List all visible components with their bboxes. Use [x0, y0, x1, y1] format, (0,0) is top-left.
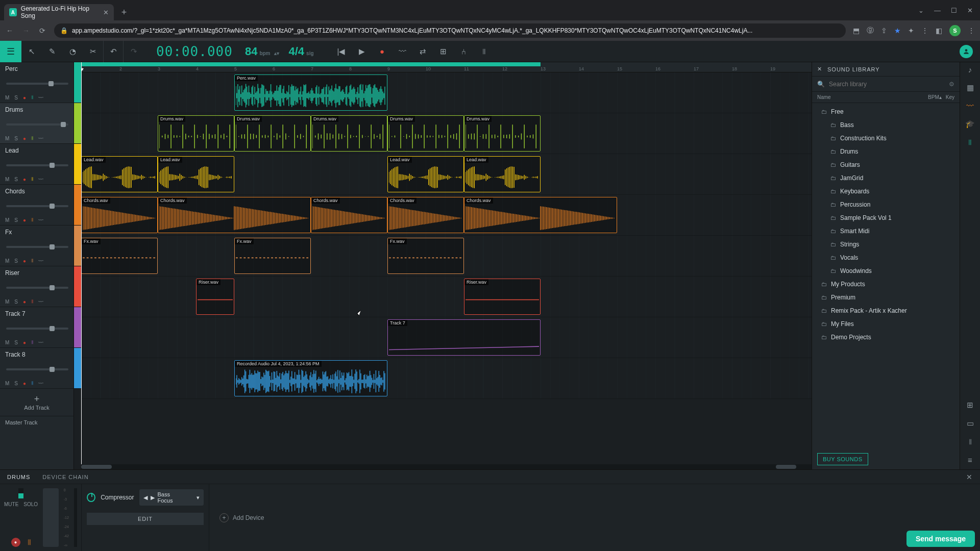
solo-button[interactable]: S [14, 136, 18, 141]
h-scrollbar[interactable] [81, 464, 812, 469]
arm-icon[interactable]: ● [23, 177, 26, 182]
wave-icon[interactable]: 〰 [966, 102, 974, 110]
track-lane[interactable]: Recorded Audio Jul 4, 2023, 1:24:56 PM [81, 358, 812, 399]
chevron-down-icon[interactable]: ⌄ [918, 7, 924, 14]
prev-preset-icon[interactable]: ◀ [143, 494, 148, 501]
arm-icon[interactable]: ● [23, 299, 26, 305]
extensions-icon[interactable]: ✦ [908, 27, 914, 35]
audio-clip[interactable]: Lead.wav [464, 156, 541, 192]
eq-icon[interactable]: ⫴ [31, 176, 33, 182]
automation-icon[interactable]: 〰 [38, 340, 43, 345]
forward-icon[interactable]: → [21, 27, 31, 35]
volume-fader[interactable] [43, 488, 59, 547]
library-folder[interactable]: 🗀Percussion [812, 198, 960, 211]
mute-button[interactable]: M [5, 381, 9, 386]
maximize-icon[interactable]: ☐ [951, 7, 957, 14]
track-lane[interactable]: Drums.wavDrums.wavDrums.wavDrums.wavDrum… [81, 113, 812, 154]
minimize-icon[interactable]: — [934, 7, 941, 14]
library-folder[interactable]: 🗀Strings [812, 238, 960, 251]
track-lane[interactable]: Chords.wavChords.wavChords.wavChords.wav… [81, 195, 812, 236]
pointer-tool[interactable]: ↖ [21, 41, 42, 62]
close-device-panel-icon[interactable]: ✕ [966, 473, 973, 481]
bookmark-icon[interactable]: ★ [894, 27, 901, 35]
matrix-icon[interactable]: ⊞ [967, 400, 973, 410]
solo-button[interactable]: S [14, 299, 18, 305]
library-folder[interactable]: 🗀Woodwinds [812, 264, 960, 278]
automation-icon[interactable]: 〰 [393, 41, 413, 62]
audio-clip[interactable]: Chords.wav [158, 197, 311, 233]
library-folder[interactable]: 🗀My Products [812, 278, 960, 291]
audio-clip[interactable]: Drums.wav [234, 115, 311, 152]
mute-button[interactable]: M [5, 177, 9, 182]
library-folder[interactable]: 🗀JamGrid [812, 171, 960, 185]
bpm-spinner-icon[interactable]: ▴▾ [274, 51, 279, 56]
eq-icon[interactable]: ⫴ [31, 339, 33, 345]
audio-clip[interactable]: Drums.wav [311, 115, 387, 152]
audio-clip[interactable]: Drums.wav [464, 115, 541, 152]
timeline[interactable]: 12345678910111213141516171819 Perc.wavDr… [81, 62, 812, 469]
install-icon[interactable]: ⬒ [853, 27, 860, 35]
add-track-button[interactable]: +Add Track [0, 389, 74, 416]
automation-icon[interactable]: 〰 [38, 177, 43, 182]
track-header[interactable]: Perc M S ● ⫴ 〰 [0, 62, 74, 103]
next-preset-icon[interactable]: ▶ [151, 494, 155, 501]
grid-icon[interactable]: ▦ [967, 83, 974, 92]
track-header[interactable]: Track 8 M S ● ⫴ 〰 [0, 348, 74, 389]
volume-slider[interactable] [6, 123, 68, 126]
bpm-display[interactable]: 84 bpm ▴▾ [245, 45, 289, 58]
volume-slider[interactable] [6, 287, 68, 289]
audio-clip[interactable]: Recorded Audio Jul 4, 2023, 1:24:56 PM [234, 360, 387, 396]
arm-icon[interactable]: ● [23, 381, 26, 386]
eq-icon[interactable]: ⫴ [31, 94, 33, 101]
track-header[interactable]: Drums M S ● ⫴ 〰 [0, 103, 74, 144]
arm-icon[interactable]: ● [23, 258, 26, 264]
pencil-tool[interactable]: ✎ [42, 41, 62, 62]
library-folder[interactable]: 🗀Sample Pack Vol 1 [812, 211, 960, 224]
edit-device-button[interactable]: EDIT [87, 513, 204, 525]
track-lane[interactable]: Riser.wavRiser.wav [81, 277, 812, 317]
audio-clip[interactable]: Riser.wav [196, 279, 234, 315]
filter-icon[interactable]: ⚙ [949, 81, 954, 88]
audio-clip[interactable]: Drums.wav [387, 115, 464, 152]
preset-selector[interactable]: ◀ ▶ Bass Focus ▾ [139, 489, 204, 506]
library-search[interactable]: 🔍 ⚙ [812, 77, 960, 92]
audio-clip[interactable]: Fx.wav [387, 238, 464, 274]
track-lane[interactable]: Track 7 [81, 317, 812, 358]
library-folder[interactable]: 🗀Bass [812, 118, 960, 132]
audio-clip[interactable]: Track 7 [387, 319, 541, 356]
record-button[interactable]: ● [372, 41, 393, 62]
solo-button[interactable]: S [14, 381, 18, 386]
audio-clip[interactable]: Chords.wav [387, 197, 464, 233]
audio-clip[interactable]: Lead.wav [158, 156, 234, 192]
timeline-ruler[interactable]: 12345678910111213141516171819 [81, 62, 812, 72]
note-icon[interactable]: ♪ [968, 65, 972, 74]
share-icon[interactable]: ⇪ [881, 27, 887, 35]
timesig-display[interactable]: 4/4 sig [288, 45, 323, 58]
mute-button[interactable]: M [5, 217, 9, 223]
library-folder[interactable]: 🗀Construction Kits [812, 132, 960, 145]
browser-tab[interactable]: A Generated Lo-Fi Hip Hop Song ✕ [4, 4, 114, 20]
playhead[interactable] [81, 62, 82, 469]
library-folder[interactable]: 🗀Drums [812, 145, 960, 158]
col-key[interactable]: Key [946, 94, 954, 100]
volume-slider[interactable] [6, 246, 68, 248]
undo-button[interactable]: ↶ [103, 41, 124, 62]
translate-icon[interactable]: ⓖ [867, 26, 874, 35]
automation-icon[interactable]: 〰 [38, 136, 43, 141]
arm-icon[interactable]: ● [23, 340, 26, 345]
metronome-icon[interactable]: ◔ [62, 41, 83, 62]
volume-slider[interactable] [6, 164, 68, 166]
preset-dropdown-icon[interactable]: ▾ [197, 494, 200, 501]
buy-sounds-button[interactable]: BUY SOUNDS [817, 453, 868, 465]
solo-button[interactable]: S [14, 177, 18, 182]
close-window-icon[interactable]: ✕ [967, 7, 973, 14]
arm-icon[interactable]: ● [23, 136, 26, 141]
panel-icon[interactable]: ▭ [967, 419, 974, 428]
eq-icon[interactable]: ⫴ [31, 135, 33, 141]
mute-button[interactable]: M [5, 136, 9, 141]
mute-button[interactable]: MUTE [4, 502, 18, 507]
arm-icon[interactable]: ● [23, 217, 26, 223]
send-message-button[interactable]: Send message [906, 531, 975, 547]
piano-icon[interactable]: ⦀ [969, 437, 972, 446]
mute-button[interactable]: M [5, 258, 9, 264]
